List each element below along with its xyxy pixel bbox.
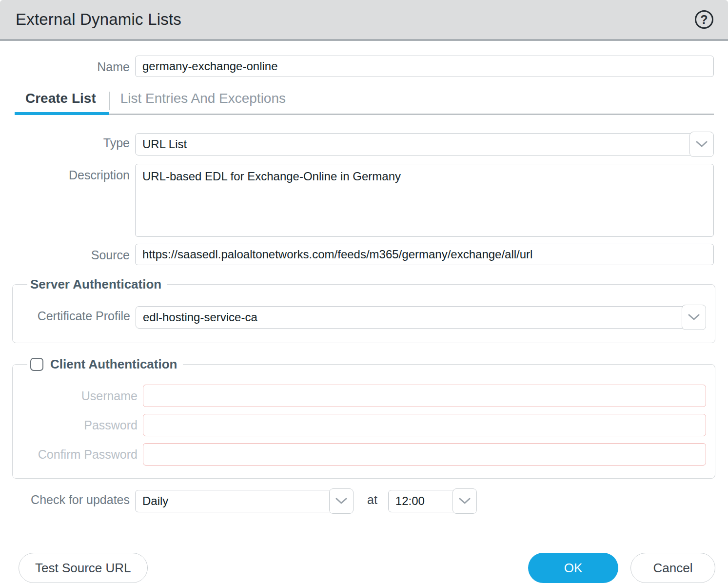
certificate-profile-row: Certificate Profile edl-hosting-service-… <box>13 305 706 330</box>
confirm-password-label: Confirm Password <box>13 443 143 462</box>
ok-button[interactable]: OK <box>528 553 618 583</box>
chevron-down-icon <box>688 314 700 321</box>
test-source-url-button[interactable]: Test Source URL <box>19 553 148 583</box>
type-label: Type <box>0 132 135 150</box>
source-input[interactable] <box>135 244 714 265</box>
password-input[interactable] <box>143 414 706 436</box>
chevron-down-icon <box>335 498 347 505</box>
check-for-updates-select[interactable]: Daily <box>135 488 354 514</box>
name-input[interactable] <box>135 56 714 77</box>
chevron-down-icon <box>696 141 708 148</box>
tab-list-entries-and-exceptions[interactable]: List Entries And Exceptions <box>110 91 299 115</box>
confirm-password-row: Confirm Password <box>13 443 706 466</box>
update-time-select-chevron-button[interactable] <box>453 488 477 514</box>
dialog-header: External Dynamic Lists ? <box>0 0 728 41</box>
client-authentication-checkbox[interactable] <box>30 358 43 371</box>
username-row: Username <box>13 385 706 407</box>
server-authentication-legend: Server Authentication <box>27 277 167 292</box>
description-row: Description URL-based EDL for Exchange-O… <box>0 164 714 239</box>
type-select-chevron-button[interactable] <box>689 132 714 157</box>
username-label: Username <box>13 385 143 403</box>
password-label: Password <box>13 414 143 432</box>
confirm-password-input[interactable] <box>143 443 706 466</box>
server-authentication-section: Server Authentication Certificate Profil… <box>12 277 715 343</box>
check-for-updates-select-chevron-button[interactable] <box>329 488 354 514</box>
certificate-profile-label: Certificate Profile <box>13 305 136 323</box>
client-authentication-section: Client Authentication Username Password … <box>12 357 715 479</box>
password-row: Password <box>13 414 706 436</box>
description-label: Description <box>0 164 135 182</box>
check-for-updates-select-value[interactable]: Daily <box>135 490 335 512</box>
check-for-updates-label: Check for updates <box>0 488 135 507</box>
help-glyph: ? <box>700 13 708 27</box>
help-icon[interactable]: ? <box>695 10 713 29</box>
name-row: Name <box>0 56 714 77</box>
chevron-down-icon <box>459 498 471 505</box>
update-time-select[interactable]: 12:00 <box>388 488 477 514</box>
check-for-updates-row: Check for updates Daily at 12:00 <box>0 488 714 514</box>
certificate-profile-select-value[interactable]: edl-hosting-service-ca <box>136 306 688 329</box>
server-authentication-title: Server Authentication <box>30 277 161 292</box>
type-select-value[interactable]: URL List <box>135 133 695 155</box>
tab-create-list[interactable]: Create List <box>15 91 109 115</box>
client-authentication-legend: Client Authentication <box>27 357 183 372</box>
cancel-button[interactable]: Cancel <box>630 553 715 583</box>
source-label: Source <box>0 244 135 262</box>
type-row: Type URL List <box>0 132 714 157</box>
dialog-footer: Test Source URL OK Cancel <box>19 553 715 583</box>
update-time-select-value[interactable]: 12:00 <box>388 490 458 512</box>
username-input[interactable] <box>143 385 706 407</box>
certificate-profile-select[interactable]: edl-hosting-service-ca <box>136 305 706 330</box>
description-textarea[interactable]: URL-based EDL for Exchange-Online in Ger… <box>135 164 714 237</box>
source-row: Source <box>0 244 714 265</box>
dialog-title: External Dynamic Lists <box>16 10 181 29</box>
name-label: Name <box>0 56 135 74</box>
certificate-profile-select-chevron-button[interactable] <box>682 305 706 330</box>
at-label: at <box>367 488 377 507</box>
tab-bar: Create List List Entries And Exceptions <box>15 91 714 115</box>
type-select[interactable]: URL List <box>135 132 714 157</box>
client-authentication-title: Client Authentication <box>50 357 177 372</box>
